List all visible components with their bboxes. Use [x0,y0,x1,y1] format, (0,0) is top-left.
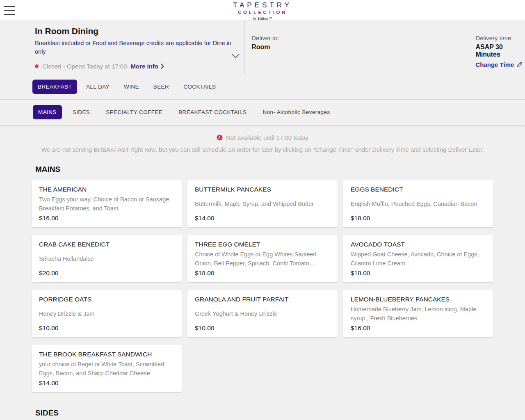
item-description: Homemade Blueberry Jam, Lemon icing, Map… [351,305,486,323]
page-title: In Room Dining [35,26,232,36]
item-price: $14.00 [195,215,330,222]
item-name: THE AMERICAN [39,186,174,193]
unavailable-notice: Not available until 17:00 today [0,134,525,141]
tab-all-day[interactable]: ALL DAY [81,80,115,94]
item-description: English Muffin, Poached Eggs, Canadian B… [351,195,486,213]
top-header: TAPESTRY COLLECTION by Hilton™ [0,0,525,21]
item-description: Choice of Whole Eggs or Egg Whites Saute… [195,250,330,268]
chevron-right-icon [161,64,164,69]
menu-item-card[interactable]: EGGS BENEDICT English Muffin, Poached Eg… [343,180,493,227]
delivery-time-value: ASAP 30 Minutes [475,43,525,58]
pencil-icon [516,62,523,68]
item-price: $18.00 [351,215,486,222]
menu-item-card[interactable]: THE BROOK BREAKFAST SANDWICH your choice… [32,345,182,392]
closed-status-dot [35,64,39,68]
item-price: $14.00 [39,379,174,387]
item-description: Greek Yoghurt & Honey Drizzle [195,305,330,323]
item-description: Wipped Goat Cheese, Avocado, Choice of E… [351,250,486,268]
brand-collection: COLLECTION [0,10,525,15]
brand-name: TAPESTRY [0,2,525,9]
item-name: GRANOLA AND FRUIT PARFAIT [195,296,330,303]
item-price: $18.00 [351,269,486,277]
item-description: Honey Drizzle & Jam [39,305,174,323]
section-heading-mains: MAINS [35,165,525,174]
more-info-link[interactable]: More info [131,63,164,70]
delivery-time-label: Delivery time [475,34,525,41]
tab-breakfast[interactable]: BREAKFAST [32,80,77,94]
menu-item-card[interactable]: GRANOLA AND FRUIT PARFAIT Greek Yoghurt … [187,290,338,337]
item-name: EGGS BENEDICT [351,186,486,193]
menu-item-card[interactable]: THE AMERICAN Two Eggs your way, Choice o… [32,180,182,227]
item-name: AVOCADO TOAST [351,241,486,248]
brand-logo: TAPESTRY COLLECTION by Hilton™ [0,2,525,21]
menu-item-card[interactable]: BUTTERMILK PANCAKES Buttermilk, Maple Sy… [187,180,338,227]
tab-beer[interactable]: BEER [148,80,174,94]
deliver-to-value: Room [251,43,352,51]
menu-item-card[interactable]: AVOCADO TOAST Wipped Goat Cheese, Avocad… [343,235,493,282]
menu-item-card[interactable]: THREE EGG OMELET Choice of Whole Eggs or… [187,235,338,282]
schedule-message: We are not serving BREAKFAST right now, … [39,146,486,153]
more-info-label: More info [131,63,159,70]
subtab-breakfast-cocktails[interactable]: BREAKFAST COCKTAILS [173,105,252,119]
item-price: $16.00 [39,215,174,222]
venue-info: In Room Dining Breakfast included or Foo… [0,21,245,74]
subtab-non-alcoholic-beverages[interactable]: Non- Alcoholic Beverages [257,105,335,119]
tab-wine[interactable]: WINE [119,80,144,94]
menu-item-card[interactable]: LEMON-BLUEBERRY PANCAKES Homemade Bluebe… [343,290,493,337]
menu-item-card[interactable]: PORRIDGE OATS Honey Drizzle & Jam $10.00 [32,290,182,337]
item-name: PORRIDGE OATS [39,296,174,303]
item-price: $20.00 [39,269,174,277]
item-price: $18.00 [195,269,330,277]
item-description: Sriracha Hollandaise [39,250,174,268]
item-name: LEMON-BLUEBERRY PANCAKES [351,296,486,303]
item-description: Buttermilk, Maple Syrup, and Whipped But… [195,195,330,213]
tab-cocktails[interactable]: COCKTAILS [178,80,221,94]
menu-tabs: BREAKFAST ALL DAY WINE BEER COCKTAILS [0,74,525,100]
menu-item-card[interactable]: CRAB CAKE BENEDICT Sriracha Hollandaise … [32,235,182,282]
status-text: Closed - Opens Today at 17:00 [42,63,127,70]
subtab-sides[interactable]: SIDES [67,105,96,119]
venue-subtitle: Breakfast included or Food and Beverage … [35,39,232,56]
item-name: BUTTERMILK PANCAKES [195,186,330,193]
chevron-down-icon[interactable] [232,54,240,59]
item-price: $10.00 [39,324,174,332]
delivery-time-block: Delivery time ASAP 30 Minutes Change Tim… [352,21,525,74]
venue-status-row: Closed - Opens Today at 17:00 More info [35,63,232,70]
item-name: THREE EGG OMELET [195,241,330,248]
change-time-button[interactable]: Change Time [475,61,523,68]
item-description: your choice of Bagel or White Toast, Scr… [39,360,174,378]
section-heading-sides: SIDES [35,409,525,418]
brand-byline: by Hilton™ [0,16,525,21]
menu-content: Not available until 17:00 today We are n… [0,125,525,418]
subtab-mains[interactable]: MAINS [33,105,62,119]
deliver-to-label: Deliver to: [251,34,352,41]
menu-item-grid: THE AMERICAN Two Eggs your way, Choice o… [32,180,493,392]
item-price: $16.00 [351,324,486,332]
item-name: CRAB CAKE BENEDICT [39,241,174,248]
subtab-specialty-coffee[interactable]: SPECIALTY COFFEE [100,105,168,119]
deliver-to-block: Deliver to: Room [245,21,352,74]
item-name: THE BROOK BREAKFAST SANDWICH [39,351,174,358]
item-description: Two Eggs your way, Choice of Bacon or Sa… [39,195,174,213]
section-tabs: MAINS SIDES SPECIALTY COFFEE BREAKFAST C… [0,100,525,125]
unavailable-text: Not available until 17:00 today [226,134,308,141]
info-bar: In Room Dining Breakfast included or Foo… [0,21,525,74]
item-price: $10.00 [195,324,330,332]
change-time-label: Change Time [475,61,514,68]
clock-icon [217,135,223,141]
